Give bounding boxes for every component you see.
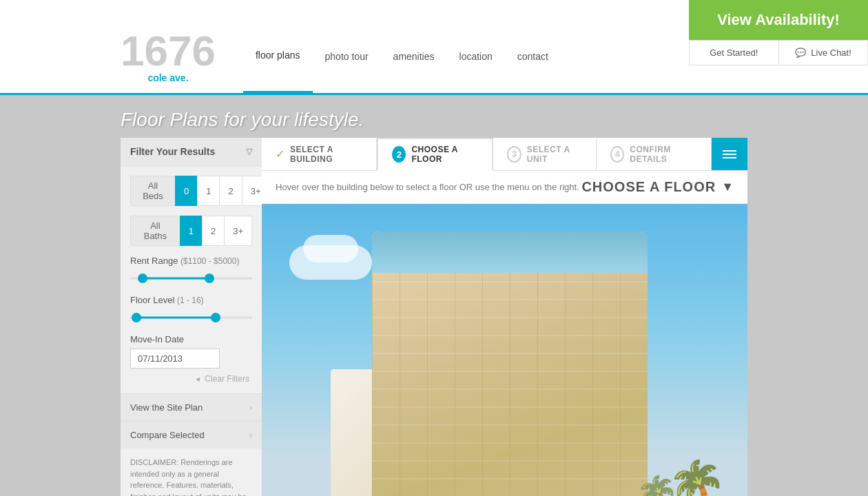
- nav-contact[interactable]: contact: [505, 19, 561, 93]
- hero-text: Floor Plans for your lifestyle.: [0, 95, 868, 138]
- chevron-right-icon-2: ›: [249, 431, 252, 440]
- choose-floor-label: CHOOSE A FLOOR: [581, 179, 716, 195]
- step-2-num: 2: [392, 146, 406, 163]
- filter-icon: ▽: [246, 147, 252, 156]
- choose-floor-bar: Hover over the building below to select …: [262, 171, 747, 204]
- clear-filters-button[interactable]: ◂ Clear Filters: [130, 374, 252, 384]
- building-image[interactable]: 🌴 🌴: [262, 204, 747, 496]
- filter-header: Filter Your Results ▽: [121, 138, 262, 166]
- beds-0-button[interactable]: 0: [175, 176, 197, 206]
- step-check-icon: ✓: [276, 147, 285, 161]
- filter-section: All Beds 0 1 2 3+ All Baths 1 2 3+ Rent …: [121, 166, 262, 393]
- step-select-building[interactable]: ✓ SELECT A BUILDING: [262, 138, 377, 170]
- rent-thumb-min[interactable]: [138, 273, 147, 283]
- beds-1-button[interactable]: 1: [197, 176, 219, 206]
- get-started-button[interactable]: Get Started!: [690, 41, 779, 65]
- move-in-label: Move-In Date: [130, 334, 252, 344]
- floor-level-slider[interactable]: [130, 311, 252, 324]
- beds-label: All Beds: [130, 176, 175, 206]
- step-4-num: 4: [610, 146, 625, 163]
- rent-range-slider[interactable]: [130, 271, 252, 285]
- header: 1676 cole ave. floor plans photo tour am…: [0, 19, 868, 95]
- sidebar: Filter Your Results ▽ All Beds 0 1 2 3+ …: [121, 138, 262, 496]
- cta-sub-buttons: Get Started! 💬 Live Chat!: [689, 40, 868, 65]
- hamburger-icon: [723, 150, 736, 158]
- step-1-label: SELECT A BUILDING: [290, 145, 362, 164]
- step-choose-floor[interactable]: 2 CHOOSE A FLOOR: [377, 138, 493, 171]
- step-select-unit[interactable]: 3 SELECT A UNIT: [493, 138, 597, 170]
- baths-label: All Baths: [130, 216, 180, 246]
- choose-floor-dropdown[interactable]: CHOOSE A FLOOR ▼: [581, 179, 734, 195]
- right-panel: ✓ SELECT A BUILDING 2 CHOOSE A FLOOR 3 S…: [262, 138, 747, 496]
- beds-filter: All Beds 0 1 2 3+: [130, 176, 252, 206]
- live-chat-button[interactable]: 💬 Live Chat!: [779, 41, 868, 65]
- view-availability-button[interactable]: View Availability!: [689, 0, 868, 40]
- step-4-label: CONFIRM DETAILS: [630, 145, 697, 164]
- logo-number: 1676: [121, 30, 216, 72]
- rent-range-label: Rent Range ($1100 - $5000): [130, 256, 252, 266]
- baths-2-button[interactable]: 2: [202, 216, 224, 246]
- floor-level-label: Floor Level (1 - 16): [130, 295, 252, 305]
- floor-thumb-min[interactable]: [132, 313, 141, 322]
- disclaimer-text: DISCLAIMER: Renderings are intended only…: [121, 448, 262, 496]
- view-site-plan-link[interactable]: View the Site Plan ›: [121, 393, 262, 421]
- nav-location[interactable]: location: [447, 19, 505, 93]
- step-3-label: SELECT A UNIT: [527, 145, 582, 164]
- rent-fill: [143, 278, 209, 280]
- cta-area: View Availability! Get Started! 💬 Live C…: [689, 0, 868, 65]
- choose-floor-hint: Hover over the building below to select …: [276, 182, 579, 192]
- logo: 1676 cole ave.: [121, 30, 216, 83]
- dropdown-arrow-icon: ▼: [721, 180, 734, 194]
- palm-tree-2: 🌴: [636, 474, 679, 496]
- compare-selected-link[interactable]: Compare Selected ›: [121, 421, 262, 448]
- step-confirm-details[interactable]: 4 CONFIRM DETAILS: [597, 138, 712, 170]
- chevron-right-icon: ›: [249, 403, 252, 413]
- step-3-num: 3: [507, 146, 521, 163]
- baths-filter: All Baths 1 2 3+: [130, 216, 252, 246]
- steps-bar: ✓ SELECT A BUILDING 2 CHOOSE A FLOOR 3 S…: [262, 138, 747, 171]
- nav-photo-tour[interactable]: photo tour: [313, 19, 381, 93]
- chat-icon: 💬: [795, 48, 806, 58]
- cloud-2: [303, 235, 358, 262]
- filter-title: Filter Your Results: [130, 146, 215, 157]
- nav-floor-plans[interactable]: floor plans: [243, 19, 313, 93]
- main-content: Filter Your Results ▽ All Beds 0 1 2 3+ …: [121, 138, 747, 496]
- menu-icon-button[interactable]: [712, 138, 747, 170]
- floor-fill: [136, 317, 216, 319]
- move-in-date-input[interactable]: [130, 349, 220, 369]
- rent-thumb-max[interactable]: [205, 273, 214, 283]
- main-nav: floor plans photo tour amenities locatio…: [243, 19, 561, 93]
- baths-1-button[interactable]: 1: [180, 216, 202, 246]
- nav-amenities[interactable]: amenities: [381, 19, 447, 93]
- clear-arrow-icon: ◂: [196, 374, 200, 384]
- step-2-label: CHOOSE A FLOOR: [411, 145, 478, 164]
- building-main: [372, 231, 648, 496]
- baths-3plus-button[interactable]: 3+: [224, 216, 252, 246]
- beds-2-button[interactable]: 2: [219, 176, 241, 206]
- floor-thumb-max[interactable]: [211, 313, 220, 322]
